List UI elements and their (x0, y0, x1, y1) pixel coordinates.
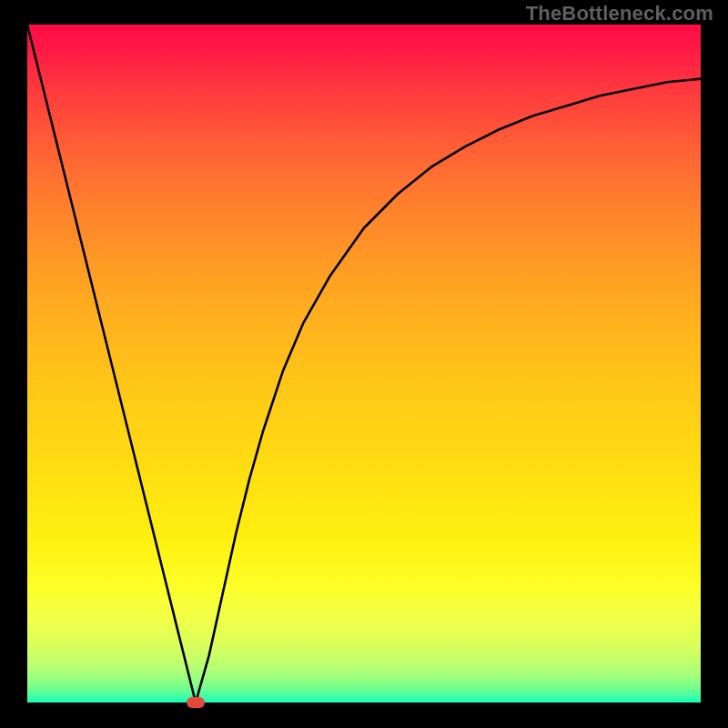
optimal-point-marker (187, 697, 205, 708)
chart-frame: TheBottleneck.com (0, 0, 728, 728)
bottleneck-curve (27, 25, 701, 703)
watermark-text: TheBottleneck.com (526, 2, 713, 25)
plot-area (27, 25, 701, 703)
curve-svg (27, 25, 701, 703)
